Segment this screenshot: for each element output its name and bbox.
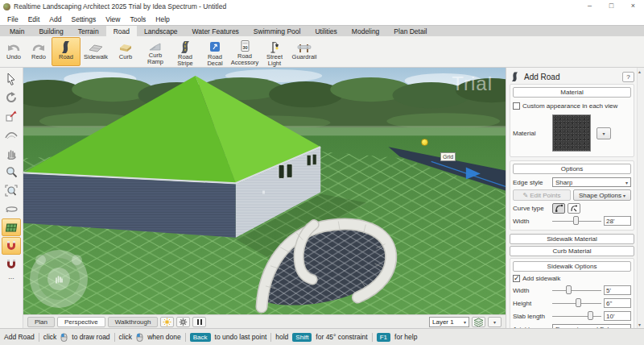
- menu-item-file[interactable]: File: [2, 15, 23, 23]
- options-section-header[interactable]: Options: [513, 164, 631, 174]
- custom-appearance-row[interactable]: Custom appearance in each view: [513, 99, 631, 112]
- settings-button[interactable]: [176, 317, 190, 327]
- curve-type-smooth-button[interactable]: [552, 203, 565, 214]
- sidewalk-width-input[interactable]: 5': [604, 285, 631, 295]
- pause-button[interactable]: [192, 317, 206, 327]
- tab-main[interactable]: Main: [2, 26, 31, 36]
- move-point-tool[interactable]: [2, 107, 21, 125]
- undo-view-tool[interactable]: [2, 89, 21, 106]
- menu-item-view[interactable]: View: [101, 15, 125, 23]
- divider: [39, 333, 39, 342]
- sidewalk-height-input[interactable]: 6": [604, 298, 631, 308]
- grid-tool[interactable]: [2, 218, 21, 236]
- view-tab-plan[interactable]: Plan: [27, 317, 55, 327]
- viewport-3d[interactable]: Trial Grid: [23, 68, 506, 314]
- menu-item-help[interactable]: Help: [151, 15, 174, 23]
- layers-button[interactable]: [472, 317, 485, 327]
- view-tab-perspective[interactable]: Perspective: [57, 317, 105, 327]
- help-button[interactable]: ?: [622, 72, 634, 82]
- tab-road[interactable]: Road: [106, 26, 137, 36]
- close-button[interactable]: ×: [622, 0, 644, 13]
- f1-key-badge: F1: [377, 333, 390, 342]
- panel-expand-button[interactable]: [488, 317, 502, 327]
- slider-thumb[interactable]: [588, 311, 593, 320]
- curve-type-straight-button[interactable]: [568, 203, 580, 214]
- minimize-button[interactable]: –: [579, 0, 601, 13]
- select-tool[interactable]: [2, 70, 21, 88]
- shift-key-badge: Shift: [292, 333, 312, 342]
- slider-thumb[interactable]: [576, 298, 581, 307]
- menu-item-edit[interactable]: Edit: [23, 15, 45, 23]
- sidewalk-options-header[interactable]: Sidewalk Options: [513, 261, 631, 272]
- maximize-button[interactable]: □: [601, 0, 622, 13]
- edit-shape-row: Edit Points Shape Options: [513, 189, 631, 202]
- tab-plan-detail[interactable]: Plan Detail: [386, 26, 434, 36]
- tab-water-features[interactable]: Water Features: [185, 26, 246, 36]
- slab-length-input[interactable]: 10': [604, 311, 631, 321]
- add-sidewalk-row[interactable]: Add sidewalk: [513, 273, 631, 284]
- tab-modeling[interactable]: Modeling: [345, 26, 387, 36]
- tab-terrain[interactable]: Terrain: [71, 26, 106, 36]
- status-done-pre: click: [119, 333, 133, 341]
- pan-tool[interactable]: [2, 144, 21, 162]
- tab-building[interactable]: Building: [31, 26, 70, 36]
- road-stripe-tool-button[interactable]: Road Stripe: [171, 37, 200, 66]
- sidewalk-width-slider[interactable]: [552, 285, 601, 295]
- menu-item-tools[interactable]: Tools: [125, 15, 151, 23]
- undo-button[interactable]: Undo: [2, 37, 26, 66]
- zoom-window-tool[interactable]: [2, 181, 21, 199]
- undo-icon: [6, 39, 21, 54]
- tab-swimming-pool[interactable]: Swimming Pool: [246, 26, 308, 36]
- curb-ramp-tool-button[interactable]: Curb Ramp: [141, 37, 170, 66]
- road-accessory-tool-button[interactable]: 30 Road Accessory: [230, 37, 259, 66]
- redo-button[interactable]: Redo: [27, 37, 51, 66]
- sidewalk-tool-button[interactable]: Sidewalk: [81, 37, 110, 66]
- snap-magnet-tool[interactable]: [2, 237, 21, 255]
- curb-material-header[interactable]: Curb Material: [510, 246, 634, 256]
- sidewalk-height-slider[interactable]: [552, 298, 601, 308]
- material-section-header[interactable]: Material: [513, 87, 631, 98]
- slider-thumb[interactable]: [566, 285, 572, 294]
- divider: [270, 333, 271, 342]
- guardrail-tool-button[interactable]: Guardrail: [290, 37, 319, 66]
- menu-item-add[interactable]: Add: [44, 15, 66, 23]
- shape-options-button[interactable]: Shape Options: [573, 189, 631, 201]
- nav-orbit-icon[interactable]: [72, 255, 82, 265]
- sidewalk-material-header[interactable]: Sidewalk Material: [510, 234, 634, 244]
- zoom-tool[interactable]: [2, 163, 21, 181]
- view-tab-walkthrough[interactable]: Walkthrough: [108, 317, 159, 327]
- edge-style-select[interactable]: Sharp: [552, 177, 631, 187]
- add-sidewalk-checkbox[interactable]: [513, 275, 520, 282]
- road-point-marker[interactable]: [421, 139, 428, 146]
- sun-light-button[interactable]: [160, 317, 174, 327]
- panel-scrollbar[interactable]: [637, 68, 644, 328]
- tab-landscape[interactable]: Landscape: [137, 26, 185, 36]
- magnet-tool[interactable]: [2, 256, 21, 273]
- tab-utilities[interactable]: Utilities: [308, 26, 344, 36]
- status-back-text: to undo last point: [215, 333, 267, 341]
- edit-points-button[interactable]: Edit Points: [513, 189, 571, 201]
- more-tools-indicator[interactable]: ...: [8, 274, 14, 279]
- material-swatch[interactable]: [552, 114, 591, 152]
- arc-tool[interactable]: [2, 126, 21, 143]
- road-tool-button[interactable]: Road: [52, 37, 80, 66]
- nav-zoom-icon[interactable]: [35, 255, 46, 265]
- joint-type-row: Joint type Expansion and False: [513, 322, 631, 328]
- navigation-widget[interactable]: [30, 250, 88, 308]
- road-width-input[interactable]: 28': [604, 216, 631, 226]
- road-decal-tool-button[interactable]: Road Decal: [200, 37, 229, 66]
- joint-type-select[interactable]: Expansion and False: [552, 324, 631, 328]
- magnifier-icon: [6, 166, 18, 178]
- material-dropdown-button[interactable]: [597, 127, 611, 139]
- slab-length-slider[interactable]: [552, 311, 601, 321]
- street-light-tool-button[interactable]: Street Light: [260, 37, 289, 66]
- menu-item-settings[interactable]: Settings: [66, 15, 101, 23]
- road-width-slider[interactable]: [552, 216, 601, 226]
- orbit-tool[interactable]: [2, 200, 21, 218]
- slider-thumb[interactable]: [573, 216, 579, 225]
- custom-appearance-checkbox[interactable]: [513, 102, 520, 110]
- layer-select[interactable]: Layer 1: [429, 317, 469, 327]
- curb-tool-button[interactable]: Curb: [111, 37, 140, 66]
- pause-icon: [196, 318, 203, 326]
- nav-pan-hand-icon[interactable]: [47, 268, 70, 290]
